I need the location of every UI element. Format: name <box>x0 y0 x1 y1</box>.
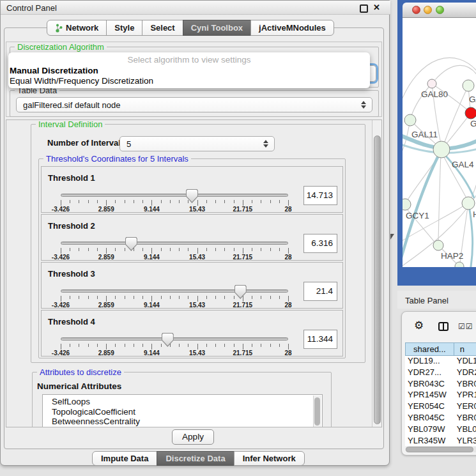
network-view-window: GAL80GAGGAL11GAL4GCY1HHAP2 <box>397 0 476 286</box>
gear-icon[interactable]: ⚙ <box>414 320 424 331</box>
cell-name: YDL1 <box>454 356 476 367</box>
table-hscrollbar[interactable] <box>405 447 476 452</box>
threshold-row: Threshold 2 -3.4262.8599.14415.4321.7152… <box>41 214 343 261</box>
threshold-label: Threshold 2 <box>48 221 95 231</box>
threshold-value-field[interactable]: 14.713 <box>303 186 337 205</box>
cell-shared-name: YBR045C <box>405 413 454 424</box>
zoom-traffic-light[interactable] <box>436 6 444 14</box>
desktop: Control Panel ✕ Network Style Select Cyn… <box>0 0 476 476</box>
threshold-value-field[interactable]: 21.4 <box>303 282 337 301</box>
tab-select[interactable]: Select <box>142 20 183 36</box>
tab-infer-network[interactable]: Infer Network <box>234 451 305 466</box>
slider-axis-labels: -3.4262.8599.14415.4321.71528 <box>61 302 288 309</box>
mouse-cursor <box>390 234 394 240</box>
table-hscrollbar-thumb[interactable] <box>406 447 473 452</box>
table-row[interactable]: YER054CYER0 <box>405 401 476 413</box>
table-data-combobox[interactable]: galFiltered.sif default node <box>16 97 372 112</box>
algorithm-option-equal-width[interactable]: Equal Width/Frequency Discretization <box>10 76 153 86</box>
table-panel-title: Table Panel <box>405 296 449 305</box>
table-row[interactable]: YDL19...YDL1 <box>405 356 476 367</box>
table-data-combobox-value: galFiltered.sif default node <box>23 100 120 110</box>
network-canvas[interactable]: GAL80GAGGAL11GAL4GCY1HHAP2 <box>403 18 476 267</box>
network-node[interactable] <box>433 240 443 250</box>
attribute-list-item[interactable]: SelfLoops <box>43 397 322 407</box>
network-node[interactable] <box>404 114 416 126</box>
tab-discretize-data[interactable]: Discretize Data <box>157 451 234 466</box>
interval-definition-title: Interval Definition <box>36 119 105 129</box>
threshold-slider-track[interactable] <box>61 337 288 341</box>
threshold-row: Threshold 4 -3.4262.8599.14415.4321.7152… <box>41 310 343 357</box>
network-node[interactable] <box>463 80 474 91</box>
tab-cyni-toolbox[interactable]: Cyni Toolbox <box>183 20 251 36</box>
table-header-row: shared... n <box>405 342 476 356</box>
algorithm-placeholder-option[interactable]: Select algorithm to view settings <box>8 55 370 65</box>
threshold-row: Threshold 3 -3.4262.8599.14415.4321.7152… <box>41 262 343 309</box>
algorithm-option-manual[interactable]: Manual Discretization <box>10 66 98 75</box>
float-icon[interactable] <box>360 4 368 13</box>
numerical-attributes-list[interactable]: SelfLoopsTopologicalCoefficientBetweenne… <box>42 394 323 427</box>
control-panel-tabs: Network Style Select Cyni Toolbox jActiv… <box>47 20 334 36</box>
table-row[interactable]: YBR043CYBR0 <box>405 379 476 390</box>
table-row[interactable]: YBL079WYBL0 <box>405 424 476 436</box>
threshold-label: Threshold 3 <box>48 269 95 279</box>
column-header-name[interactable]: n <box>454 342 476 356</box>
threshold-slider-track[interactable] <box>61 242 288 245</box>
table-row[interactable]: YLR345WYLR3 <box>405 436 476 446</box>
number-of-intervals-combobox[interactable]: 5 <box>119 136 275 151</box>
attributes-group-title: Attributes to discretize <box>37 367 124 377</box>
close-icon[interactable]: ✕ <box>373 3 380 12</box>
column-header-shared[interactable]: shared... <box>405 342 454 356</box>
network-node[interactable] <box>462 197 475 210</box>
network-view-titlebar[interactable] <box>403 3 476 18</box>
network-node-label: GAL11 <box>411 130 438 139</box>
algorithm-dropdown-popup: Select algorithm to view settings Manual… <box>8 52 370 88</box>
numerical-attributes-label: Numerical Attributes <box>37 381 121 391</box>
tab-network[interactable]: Network <box>47 20 107 36</box>
discretization-algorithm-group-title: Discretization Algorithm <box>15 42 107 52</box>
table-row[interactable]: YBR045CYBR0 <box>405 413 476 424</box>
apply-button[interactable]: Apply <box>172 429 214 445</box>
attribute-list-item[interactable]: BetweennessCentrality <box>43 417 322 427</box>
threshold-value-field[interactable]: 6.316 <box>303 234 337 253</box>
cell-name: YER0 <box>454 401 476 413</box>
threshold-value-field[interactable]: 11.344 <box>303 330 337 349</box>
columns-icon[interactable] <box>438 322 449 331</box>
combo-arrows-icon <box>263 139 269 148</box>
attribute-list-item[interactable]: TopologicalCoefficient <box>43 407 322 417</box>
settings-scrollbar-thumb[interactable] <box>374 135 381 424</box>
threshold-slider-track[interactable] <box>61 194 288 197</box>
attributes-scrollbar[interactable] <box>313 395 321 427</box>
slider-axis-labels: -3.4262.8599.14415.4321.71528 <box>61 254 288 261</box>
cell-shared-name: YDL19... <box>405 356 454 367</box>
network-node[interactable] <box>465 107 476 119</box>
minimize-traffic-light[interactable] <box>424 6 432 14</box>
cell-shared-name: YBL079W <box>405 424 454 436</box>
attribute-items: SelfLoopsTopologicalCoefficientBetweenne… <box>43 395 322 427</box>
network-node[interactable] <box>427 79 436 88</box>
table-panel-window: ⚙ ☑☑ shared... n YDL19...YDL1YDR27...YDR… <box>401 311 476 456</box>
cell-name: YBR0 <box>454 413 476 424</box>
settings-scrollbar-track[interactable] <box>372 120 382 427</box>
network-node[interactable] <box>455 262 464 267</box>
slider-axis-labels: -3.4262.8599.14415.4321.71528 <box>61 206 288 213</box>
tab-style[interactable]: Style <box>106 20 142 36</box>
table-row[interactable]: YDR27...YDR2 <box>405 367 476 379</box>
network-node[interactable] <box>403 199 411 210</box>
control-panel-window: Control Panel ✕ Network Style Select Cyn… <box>0 0 390 466</box>
cell-shared-name: YBR043C <box>405 379 454 390</box>
table-panel-header: Table Panel <box>397 291 476 309</box>
network-node[interactable] <box>433 141 450 158</box>
thresholds-group-title: Threshold's Coordinates for 5 Intervals <box>43 154 191 164</box>
table-row[interactable]: YPR145WYPR1 <box>405 390 476 401</box>
checkbox-icons[interactable]: ☑☑ <box>458 322 473 331</box>
settings-scroll-area: Interval Definition Number of Intervals … <box>6 119 382 427</box>
slider-axis-labels: -3.4262.8599.14415.4321.71528 <box>61 349 288 357</box>
tab-impute-data[interactable]: Impute Data <box>92 451 157 466</box>
cell-shared-name: YLR345W <box>405 436 454 446</box>
tab-jactivemnodules[interactable]: jActiveMNodules <box>250 20 334 36</box>
threshold-slider-track[interactable] <box>61 289 288 293</box>
control-panel-titlebar[interactable]: Control Panel ✕ <box>1 1 390 15</box>
close-traffic-light[interactable] <box>412 6 420 14</box>
threshold-label: Threshold 1 <box>48 173 95 183</box>
cell-shared-name: YDR27... <box>405 367 454 379</box>
